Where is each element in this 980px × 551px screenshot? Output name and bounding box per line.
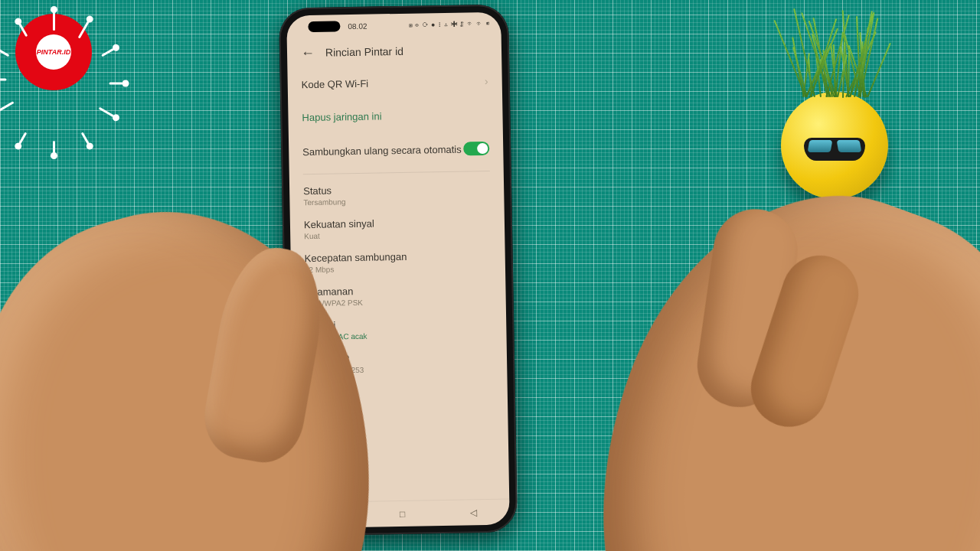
nav-home-icon[interactable]: □ [397,508,407,519]
status-indicators: ▣ ◎ ⟳ ● ⋮ ⁂ ✱ ⇵ ᯤ ᯤ ◧ [408,20,490,29]
detail-key: Kekuatan sinyal [304,216,491,230]
row-label: Kode QR Wi-Fi [302,77,369,90]
detail-key: Kecepatan sambungan [305,249,492,264]
row-auto-reconnect[interactable]: Sambungkan ulang secara otomatis [302,131,490,169]
row-label: Sambungkan ulang secara otomatis [302,143,462,158]
nav-back-icon[interactable]: ◁ [469,507,479,518]
detail-value: Tersambung [303,195,490,207]
detail-key: Status [303,182,490,197]
chevron-right-icon: › [485,75,488,87]
back-arrow-icon[interactable]: ← [301,46,315,60]
detail-key: Keamanan [305,283,492,298]
row-forget-network[interactable]: Hapus jaringan ini [302,98,489,134]
title-bar: ← Rincian Pintar id [287,32,502,68]
logo-text: PINTAR.ID [36,34,71,70]
detail-row: StatusTersambung [303,174,491,211]
detail-value: WPA/WPA2 PSK [305,296,492,308]
decor-grass [802,5,867,97]
detail-value: Kuat [304,229,491,240]
hand-right [537,142,980,551]
detail-row: KeamananWPA/WPA2 PSK [305,276,492,312]
status-time: 08.02 [348,21,367,30]
section-divider [303,171,490,174]
page-title: Rincian Pintar id [325,45,403,59]
detail-row: Kecepatan sambungan72 Mbps [304,242,492,279]
toggle-switch-on[interactable] [463,142,489,156]
channel-logo: PINTAR.ID [15,14,92,90]
row-label: Hapus jaringan ini [302,110,381,123]
camera-notch [308,21,340,32]
row-wifi-qr[interactable]: Kode QR Wi-Fi › [301,64,488,101]
detail-value: 72 Mbps [305,262,492,274]
detail-row: Kekuatan sinyalKuat [304,208,492,245]
decor-pot [781,92,888,199]
decor-pot-face [804,138,865,161]
